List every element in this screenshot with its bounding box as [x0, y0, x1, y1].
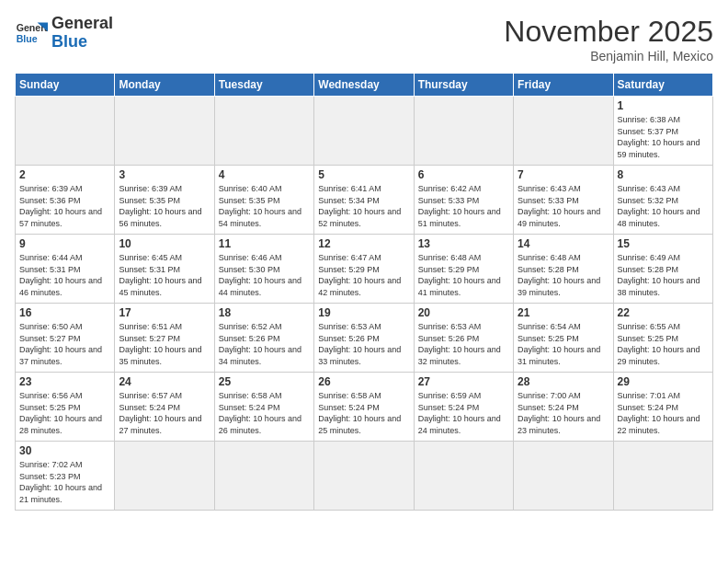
calendar-cell: 21Sunrise: 6:54 AM Sunset: 5:25 PM Dayli…	[514, 304, 613, 373]
day-info: Sunrise: 6:50 AM Sunset: 5:27 PM Dayligh…	[19, 321, 110, 367]
calendar-cell	[514, 442, 613, 511]
title-block: November 2025 Benjamin Hill, Mexico	[504, 15, 713, 63]
day-info: Sunrise: 6:52 AM Sunset: 5:26 PM Dayligh…	[219, 321, 310, 367]
calendar-cell	[414, 97, 513, 166]
calendar-cell: 11Sunrise: 6:46 AM Sunset: 5:30 PM Dayli…	[214, 235, 313, 304]
day-number: 16	[19, 306, 110, 319]
day-number: 3	[119, 168, 210, 181]
calendar-cell: 18Sunrise: 6:52 AM Sunset: 5:26 PM Dayli…	[214, 304, 313, 373]
calendar-cell	[414, 442, 513, 511]
day-info: Sunrise: 6:53 AM Sunset: 5:26 PM Dayligh…	[418, 321, 509, 367]
day-number: 4	[219, 168, 310, 181]
day-number: 26	[318, 375, 409, 388]
day-number: 15	[618, 237, 709, 250]
calendar-cell	[115, 97, 214, 166]
calendar-cell: 1Sunrise: 6:38 AM Sunset: 5:37 PM Daylig…	[613, 97, 712, 166]
weekday-header: Tuesday	[214, 74, 313, 97]
calendar-cell: 27Sunrise: 6:59 AM Sunset: 5:24 PM Dayli…	[414, 373, 513, 442]
day-number: 6	[418, 168, 509, 181]
day-number: 30	[19, 444, 110, 457]
day-number: 23	[19, 375, 110, 388]
calendar-cell: 17Sunrise: 6:51 AM Sunset: 5:27 PM Dayli…	[115, 304, 214, 373]
day-number: 18	[219, 306, 310, 319]
day-info: Sunrise: 6:53 AM Sunset: 5:26 PM Dayligh…	[318, 321, 409, 367]
day-info: Sunrise: 6:56 AM Sunset: 5:25 PM Dayligh…	[19, 390, 110, 436]
calendar-cell: 30Sunrise: 7:02 AM Sunset: 5:23 PM Dayli…	[16, 442, 115, 511]
day-info: Sunrise: 6:45 AM Sunset: 5:31 PM Dayligh…	[119, 252, 210, 298]
calendar-cell: 9Sunrise: 6:44 AM Sunset: 5:31 PM Daylig…	[16, 235, 115, 304]
calendar-cell: 15Sunrise: 6:49 AM Sunset: 5:28 PM Dayli…	[613, 235, 712, 304]
day-info: Sunrise: 6:49 AM Sunset: 5:28 PM Dayligh…	[618, 252, 709, 298]
day-number: 17	[119, 306, 210, 319]
weekday-header: Saturday	[613, 74, 712, 97]
day-info: Sunrise: 6:46 AM Sunset: 5:30 PM Dayligh…	[219, 252, 310, 298]
calendar-week-row: 9Sunrise: 6:44 AM Sunset: 5:31 PM Daylig…	[16, 235, 713, 304]
day-info: Sunrise: 6:44 AM Sunset: 5:31 PM Dayligh…	[19, 252, 110, 298]
day-info: Sunrise: 6:42 AM Sunset: 5:33 PM Dayligh…	[418, 183, 509, 229]
day-number: 14	[518, 237, 609, 250]
logo-icon: General Blue	[15, 17, 48, 50]
svg-text:Blue: Blue	[17, 33, 38, 44]
weekday-row: SundayMondayTuesdayWednesdayThursdayFrid…	[16, 74, 713, 97]
day-number: 9	[19, 237, 110, 250]
day-number: 10	[119, 237, 210, 250]
calendar-cell: 29Sunrise: 7:01 AM Sunset: 5:24 PM Dayli…	[613, 373, 712, 442]
day-number: 25	[219, 375, 310, 388]
calendar-week-row: 1Sunrise: 6:38 AM Sunset: 5:37 PM Daylig…	[16, 97, 713, 166]
day-info: Sunrise: 6:38 AM Sunset: 5:37 PM Dayligh…	[618, 114, 709, 160]
calendar-cell	[115, 442, 214, 511]
calendar-cell: 24Sunrise: 6:57 AM Sunset: 5:24 PM Dayli…	[115, 373, 214, 442]
day-info: Sunrise: 6:48 AM Sunset: 5:29 PM Dayligh…	[418, 252, 509, 298]
calendar-cell	[613, 442, 712, 511]
weekday-header: Friday	[514, 74, 613, 97]
day-info: Sunrise: 6:54 AM Sunset: 5:25 PM Dayligh…	[518, 321, 609, 367]
calendar-cell: 22Sunrise: 6:55 AM Sunset: 5:25 PM Dayli…	[613, 304, 712, 373]
day-info: Sunrise: 6:58 AM Sunset: 5:24 PM Dayligh…	[318, 390, 409, 436]
day-number: 2	[19, 168, 110, 181]
calendar-cell: 3Sunrise: 6:39 AM Sunset: 5:35 PM Daylig…	[115, 166, 214, 235]
calendar-cell: 14Sunrise: 6:48 AM Sunset: 5:28 PM Dayli…	[514, 235, 613, 304]
day-info: Sunrise: 6:48 AM Sunset: 5:28 PM Dayligh…	[518, 252, 609, 298]
calendar-cell	[514, 97, 613, 166]
day-number: 13	[418, 237, 509, 250]
day-info: Sunrise: 6:43 AM Sunset: 5:33 PM Dayligh…	[518, 183, 609, 229]
calendar-cell: 5Sunrise: 6:41 AM Sunset: 5:34 PM Daylig…	[314, 166, 414, 235]
day-info: Sunrise: 7:00 AM Sunset: 5:24 PM Dayligh…	[518, 390, 609, 436]
calendar-cell	[214, 442, 313, 511]
day-info: Sunrise: 6:57 AM Sunset: 5:24 PM Dayligh…	[119, 390, 210, 436]
logo: General Blue General Blue	[15, 15, 113, 52]
day-number: 1	[618, 99, 709, 112]
day-info: Sunrise: 7:02 AM Sunset: 5:23 PM Dayligh…	[19, 459, 110, 505]
location: Benjamin Hill, Mexico	[504, 49, 713, 63]
day-number: 5	[318, 168, 409, 181]
day-number: 7	[518, 168, 609, 181]
calendar-table: SundayMondayTuesdayWednesdayThursdayFrid…	[15, 73, 713, 511]
day-number: 27	[418, 375, 509, 388]
calendar-cell: 8Sunrise: 6:43 AM Sunset: 5:32 PM Daylig…	[613, 166, 712, 235]
calendar-cell	[314, 442, 414, 511]
calendar-cell: 28Sunrise: 7:00 AM Sunset: 5:24 PM Dayli…	[514, 373, 613, 442]
calendar-cell: 4Sunrise: 6:40 AM Sunset: 5:35 PM Daylig…	[214, 166, 313, 235]
calendar-week-row: 30Sunrise: 7:02 AM Sunset: 5:23 PM Dayli…	[16, 442, 713, 511]
logo-blue: Blue	[51, 33, 113, 52]
day-info: Sunrise: 6:39 AM Sunset: 5:35 PM Dayligh…	[119, 183, 210, 229]
day-number: 22	[618, 306, 709, 319]
weekday-header: Sunday	[16, 74, 115, 97]
calendar-cell: 2Sunrise: 6:39 AM Sunset: 5:36 PM Daylig…	[16, 166, 115, 235]
calendar-week-row: 2Sunrise: 6:39 AM Sunset: 5:36 PM Daylig…	[16, 166, 713, 235]
calendar-cell: 25Sunrise: 6:58 AM Sunset: 5:24 PM Dayli…	[214, 373, 313, 442]
calendar-week-row: 23Sunrise: 6:56 AM Sunset: 5:25 PM Dayli…	[16, 373, 713, 442]
day-info: Sunrise: 6:41 AM Sunset: 5:34 PM Dayligh…	[318, 183, 409, 229]
calendar-cell: 13Sunrise: 6:48 AM Sunset: 5:29 PM Dayli…	[414, 235, 513, 304]
day-info: Sunrise: 6:55 AM Sunset: 5:25 PM Dayligh…	[618, 321, 709, 367]
day-info: Sunrise: 6:58 AM Sunset: 5:24 PM Dayligh…	[219, 390, 310, 436]
day-number: 24	[119, 375, 210, 388]
calendar-header: SundayMondayTuesdayWednesdayThursdayFrid…	[16, 74, 713, 97]
weekday-header: Thursday	[414, 74, 513, 97]
calendar-cell: 16Sunrise: 6:50 AM Sunset: 5:27 PM Dayli…	[16, 304, 115, 373]
day-number: 29	[618, 375, 709, 388]
calendar-cell	[314, 97, 414, 166]
calendar-cell	[16, 97, 115, 166]
calendar-cell: 7Sunrise: 6:43 AM Sunset: 5:33 PM Daylig…	[514, 166, 613, 235]
day-info: Sunrise: 6:59 AM Sunset: 5:24 PM Dayligh…	[418, 390, 509, 436]
